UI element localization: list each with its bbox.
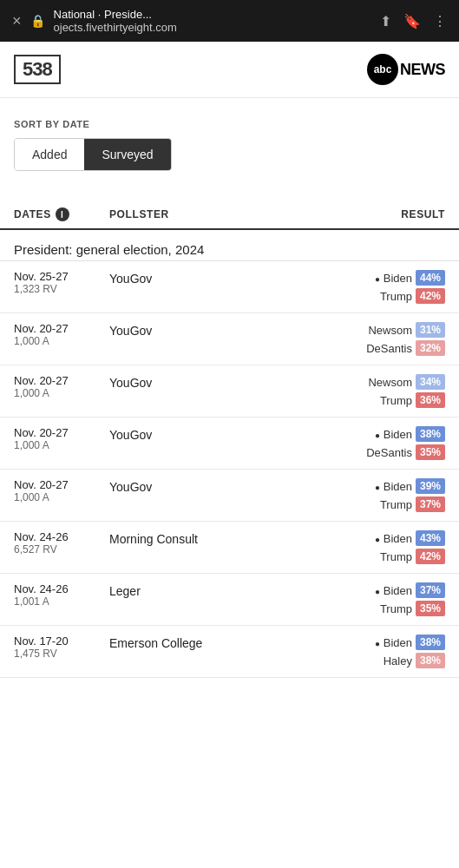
table-header: DATES i POLLSTER RESULT bbox=[0, 197, 459, 230]
poll-results: ● Biden 38% DeSantis 35% bbox=[350, 426, 445, 460]
poll-results: ● Biden 38% Haley 38% bbox=[350, 635, 445, 668]
date-range: Nov. 20-27 bbox=[14, 478, 109, 491]
logo-abc-news[interactable]: abc NEWS bbox=[367, 54, 445, 85]
table-row[interactable]: Nov. 17-20 1,475 RV Emerson College ● Bi… bbox=[0, 626, 459, 678]
bookmark-icon[interactable]: 🔖 bbox=[403, 13, 421, 30]
menu-icon[interactable]: ⋮ bbox=[433, 13, 447, 30]
poll-results: ● Biden 39% Trump 37% bbox=[350, 478, 445, 512]
result-row: DeSantis 35% bbox=[360, 444, 445, 460]
result-badge: 39% bbox=[416, 478, 445, 494]
candidate-name: Trump bbox=[360, 290, 412, 303]
result-badge: 38% bbox=[416, 635, 445, 650]
url-bar[interactable]: National · Preside... ojects.fivethirtye… bbox=[54, 8, 371, 34]
result-row: Trump 35% bbox=[360, 601, 445, 616]
result-badge: 31% bbox=[416, 322, 445, 338]
pollster-name: Emerson College bbox=[109, 635, 350, 650]
poll-dates: Nov. 20-27 1,000 A bbox=[14, 478, 109, 503]
poll-results: Newsom 31% DeSantis 32% bbox=[350, 322, 445, 356]
dot-indicator: ● bbox=[375, 639, 380, 648]
result-row: Haley 38% bbox=[360, 653, 445, 668]
table-row[interactable]: Nov. 20-27 1,000 A YouGov ● Biden 39% Tr… bbox=[0, 470, 459, 522]
result-row: Trump 36% bbox=[360, 392, 445, 408]
result-badge: 32% bbox=[416, 340, 445, 356]
poll-dates: Nov. 17-20 1,475 RV bbox=[14, 635, 109, 660]
result-badge: 38% bbox=[416, 426, 445, 442]
pollster-name: YouGov bbox=[109, 478, 350, 494]
table-row[interactable]: Nov. 20-27 1,000 A YouGov Newsom 34% Tru… bbox=[0, 365, 459, 418]
candidate-name: Trump bbox=[360, 550, 412, 563]
logo-538[interactable]: 538 bbox=[14, 55, 61, 84]
sample-size: 1,001 A bbox=[14, 595, 109, 608]
dot-indicator: ● bbox=[375, 274, 380, 284]
col-pollster-header: POLLSTER bbox=[109, 208, 350, 220]
poll-results: Newsom 34% Trump 36% bbox=[350, 374, 445, 408]
dates-info-icon[interactable]: i bbox=[56, 207, 69, 221]
date-range: Nov. 17-20 bbox=[14, 635, 109, 648]
result-badge: 37% bbox=[416, 496, 445, 512]
pollster-name: Morning Consult bbox=[109, 530, 350, 546]
poll-results: ● Biden 37% Trump 35% bbox=[350, 582, 445, 616]
result-badge: 35% bbox=[416, 601, 445, 616]
sample-size: 1,475 RV bbox=[14, 648, 109, 660]
candidate-name: ● Biden bbox=[360, 636, 412, 649]
sort-section: SORT BY DATE Added Surveyed bbox=[0, 98, 459, 180]
page-title: National · Preside... bbox=[54, 8, 152, 21]
result-badge: 37% bbox=[416, 582, 445, 598]
table-row[interactable]: Nov. 25-27 1,323 RV YouGov ● Biden 44% T… bbox=[0, 261, 459, 313]
result-badge: 35% bbox=[416, 444, 445, 460]
sort-added-button[interactable]: Added bbox=[15, 139, 84, 170]
poll-dates: Nov. 24-26 6,527 RV bbox=[14, 530, 109, 556]
result-badge: 36% bbox=[416, 392, 445, 408]
candidate-name: Trump bbox=[360, 498, 412, 511]
result-badge: 42% bbox=[416, 288, 445, 304]
col-dates-header: DATES i bbox=[14, 207, 109, 221]
table-row[interactable]: Nov. 24-26 1,001 A Leger ● Biden 37% Tru… bbox=[0, 574, 459, 626]
sample-size: 1,000 A bbox=[14, 491, 109, 503]
result-badge: 42% bbox=[416, 549, 445, 564]
result-row: ● Biden 38% bbox=[360, 635, 445, 650]
sort-label: SORT BY DATE bbox=[14, 119, 445, 129]
date-range: Nov. 20-27 bbox=[14, 374, 109, 387]
poll-dates: Nov. 20-27 1,000 A bbox=[14, 426, 109, 451]
result-row: ● Biden 38% bbox=[360, 426, 445, 442]
poll-dates: Nov. 20-27 1,000 A bbox=[14, 374, 109, 399]
share-icon[interactable]: ⬆ bbox=[380, 13, 391, 30]
result-row: ● Biden 39% bbox=[360, 478, 445, 494]
date-range: Nov. 20-27 bbox=[14, 322, 109, 335]
candidate-name: DeSantis bbox=[360, 446, 412, 459]
dot-indicator: ● bbox=[375, 587, 380, 596]
candidate-name: Trump bbox=[360, 602, 412, 615]
dot-indicator: ● bbox=[375, 535, 380, 544]
poll-results: ● Biden 44% Trump 42% bbox=[350, 270, 445, 304]
poll-dates: Nov. 20-27 1,000 A bbox=[14, 322, 109, 347]
site-header: 538 abc NEWS bbox=[0, 42, 459, 98]
result-row: DeSantis 32% bbox=[360, 340, 445, 356]
section-heading: President: general election, 2024 bbox=[0, 230, 459, 261]
pollster-name: Leger bbox=[109, 582, 350, 598]
result-row: Trump 42% bbox=[360, 549, 445, 564]
candidate-name: ● Biden bbox=[360, 272, 412, 285]
poll-results: ● Biden 43% Trump 42% bbox=[350, 530, 445, 564]
table-row[interactable]: Nov. 20-27 1,000 A YouGov ● Biden 38% De… bbox=[0, 418, 459, 470]
pollster-name: YouGov bbox=[109, 374, 350, 390]
sample-size: 1,000 A bbox=[14, 335, 109, 347]
lock-icon: 🔒 bbox=[30, 14, 45, 28]
sort-buttons: Added Surveyed bbox=[14, 138, 172, 171]
date-range: Nov. 24-26 bbox=[14, 530, 109, 543]
date-range: Nov. 20-27 bbox=[14, 426, 109, 439]
result-row: Newsom 34% bbox=[360, 374, 445, 390]
sort-surveyed-button[interactable]: Surveyed bbox=[84, 139, 170, 170]
result-row: Newsom 31% bbox=[360, 322, 445, 338]
result-badge: 38% bbox=[416, 653, 445, 668]
table-row[interactable]: Nov. 24-26 6,527 RV Morning Consult ● Bi… bbox=[0, 522, 459, 574]
result-row: ● Biden 37% bbox=[360, 582, 445, 598]
candidate-name: ● Biden bbox=[360, 480, 412, 493]
close-icon[interactable]: × bbox=[12, 12, 22, 30]
browser-action-icons: ⬆ 🔖 ⋮ bbox=[380, 13, 447, 30]
table-row[interactable]: Nov. 20-27 1,000 A YouGov Newsom 31% DeS… bbox=[0, 313, 459, 365]
result-row: Trump 37% bbox=[360, 496, 445, 512]
result-row: Trump 42% bbox=[360, 288, 445, 304]
date-range: Nov. 25-27 bbox=[14, 270, 109, 283]
candidate-name: DeSantis bbox=[360, 342, 412, 355]
dot-indicator: ● bbox=[375, 483, 380, 492]
